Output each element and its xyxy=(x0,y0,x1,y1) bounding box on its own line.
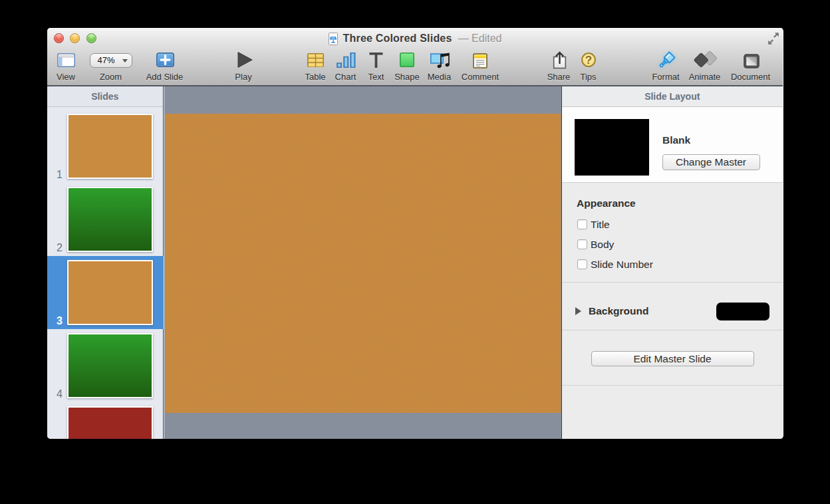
svg-text:?: ? xyxy=(585,54,592,66)
